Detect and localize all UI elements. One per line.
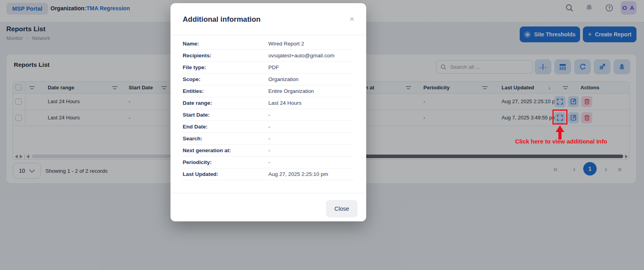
annotation-text: Click here to view additional Info	[502, 138, 620, 145]
field-row-entities: Entities:Entire Organization	[183, 85, 354, 97]
field-label: Last Updated:	[183, 171, 218, 177]
field-label: End Date:	[183, 124, 208, 130]
field-row-search: Search:-	[183, 133, 354, 145]
field-row-recipients: Recipients:ovsqatest+auto@gmail.com	[183, 50, 354, 62]
field-label: Date range:	[183, 100, 212, 106]
field-label: Recipients:	[183, 53, 212, 59]
field-value: Wired Report 2	[268, 41, 304, 47]
field-label: Periodicity:	[183, 159, 212, 165]
field-row-next-generation-at: Next generation at:-	[183, 145, 354, 157]
field-row-start-date: Start Date:-	[183, 109, 354, 121]
field-value: Organization	[268, 76, 299, 82]
field-value: Last 24 Hours	[268, 100, 301, 106]
modal-title: Additional information	[183, 15, 260, 24]
field-value: -	[268, 136, 270, 142]
divider	[170, 193, 366, 193]
field-value: Entire Organization	[268, 88, 314, 94]
divider	[170, 35, 366, 35]
annotation-highlight-box	[552, 110, 567, 125]
field-value: ovsqatest+auto@gmail.com	[268, 53, 334, 59]
field-label: Scope:	[183, 76, 200, 82]
field-label: Next generation at:	[183, 147, 231, 153]
field-row-name: Name:Wired Report 2	[183, 38, 354, 50]
field-row-file-type: File type:PDF	[183, 62, 354, 74]
field-row-end-date: End Date:-	[183, 121, 354, 133]
field-value: -	[268, 159, 270, 165]
close-icon[interactable]: ×	[350, 14, 354, 24]
field-value: -	[268, 112, 270, 118]
annotation-arrow-icon	[556, 125, 564, 132]
field-label: File type:	[183, 64, 206, 70]
field-row-last-updated: Last Updated:Aug 27, 2025 2:25:10 pm	[183, 168, 354, 180]
field-label: Start Date:	[183, 112, 210, 118]
field-row-scope: Scope:Organization	[183, 74, 354, 85]
field-label: Entities:	[183, 88, 204, 94]
field-label: Name:	[183, 41, 199, 47]
field-value: -	[268, 147, 270, 153]
field-value: Aug 27, 2025 2:25:10 pm	[268, 171, 328, 177]
field-value: PDF	[268, 64, 279, 70]
additional-information-modal: Additional information × Name:Wired Repo…	[170, 3, 366, 221]
close-button[interactable]: Close	[326, 200, 358, 217]
field-value: -	[268, 124, 270, 130]
field-row-periodicity: Periodicity:-	[183, 157, 354, 168]
field-label: Search:	[183, 136, 202, 142]
field-row-date-range: Date range:Last 24 Hours	[183, 97, 354, 109]
